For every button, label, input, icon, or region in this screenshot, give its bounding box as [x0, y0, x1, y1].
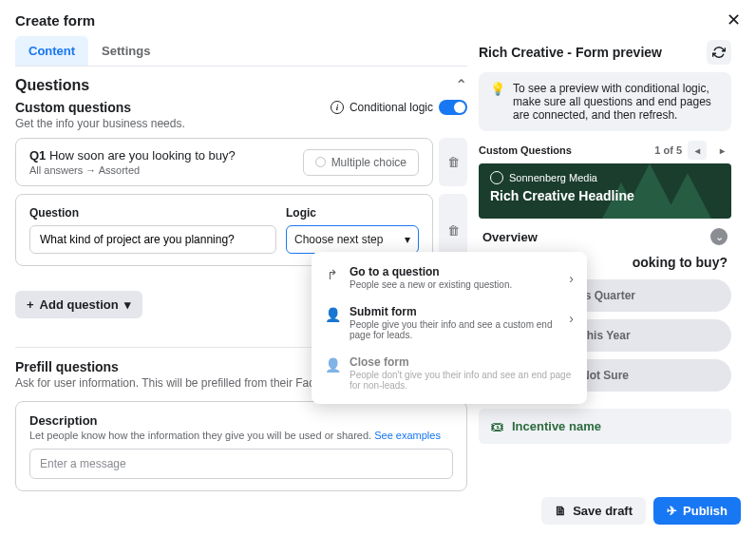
pager-next-button[interactable]: ▸: [712, 141, 731, 160]
dd-title-2: Close form: [350, 355, 574, 369]
tip-text: To see a preview with conditional logic,…: [513, 82, 720, 122]
logic-placeholder: Choose next step: [294, 233, 383, 246]
brand-name: Sonnenberg Media: [509, 172, 597, 183]
question-card-q1[interactable]: Q1 How soon are you looking to buy? All …: [15, 138, 433, 186]
q1-prefix: Q1: [29, 148, 46, 163]
description-card: Description Let people know how the info…: [15, 401, 467, 491]
pager-prev-button[interactable]: ◂: [688, 141, 707, 160]
tab-content[interactable]: Content: [15, 36, 88, 66]
section-title-questions: Questions: [15, 77, 89, 94]
plus-icon: +: [27, 297, 34, 312]
tabs: Content Settings: [15, 36, 467, 67]
description-sub: Let people know how the information they…: [29, 430, 374, 441]
ticket-icon: 🎟: [490, 418, 504, 434]
dd-title-1: Submit form: [350, 305, 559, 318]
tab-settings[interactable]: Settings: [88, 36, 163, 66]
dd-sub-2: People don't give you their info and see…: [350, 370, 574, 391]
info-icon[interactable]: i: [331, 101, 344, 114]
question-input[interactable]: [29, 225, 276, 254]
refresh-button[interactable]: [707, 40, 731, 65]
incentive-row: 🎟 Incentive name: [479, 409, 731, 444]
document-icon: 🗎: [555, 504, 567, 518]
page-title: Create form: [15, 12, 95, 29]
dropdown-submit-form[interactable]: 👤 Submit form People give you their info…: [312, 297, 587, 348]
chevron-right-icon: ›: [569, 311, 574, 326]
caret-down-icon: ▾: [405, 233, 410, 246]
send-icon: ✈: [667, 504, 677, 518]
chevron-up-icon[interactable]: ⌃: [455, 76, 467, 94]
save-label: Save draft: [573, 504, 633, 518]
chevron-down-icon[interactable]: ⌄: [710, 228, 728, 245]
overview-label: Overview: [482, 230, 538, 244]
chevron-right-icon: ›: [569, 271, 574, 286]
preview-tip: 💡 To see a preview with conditional logi…: [479, 72, 731, 131]
preview-title: Rich Creative - Form preview: [479, 45, 662, 60]
q1-text: How soon are you looking to buy?: [49, 148, 236, 163]
pager-label: Custom Questions: [479, 144, 572, 156]
q1-sub: All answers → Assorted: [29, 164, 236, 176]
multiple-choice-button[interactable]: Multiple choice: [303, 149, 419, 176]
caret-down-icon: ▾: [124, 297, 131, 312]
incentive-label: Incentive name: [512, 419, 601, 433]
question-field-label: Question: [29, 206, 276, 220]
lightbulb-icon: 💡: [490, 82, 505, 122]
pager-count: 1 of 5: [654, 144, 682, 156]
add-question-label: Add question: [40, 297, 119, 312]
custom-questions-title: Custom questions: [15, 100, 185, 115]
logic-select[interactable]: Choose next step ▾: [286, 225, 419, 254]
person-close-icon: 👤: [325, 357, 340, 373]
person-submit-icon: 👤: [325, 307, 340, 322]
arrow-icon: ↱: [325, 267, 340, 282]
radio-icon: [315, 157, 326, 167]
conditional-logic-toggle[interactable]: [439, 100, 467, 115]
publish-label: Publish: [683, 504, 728, 518]
publish-button[interactable]: ✈ Publish: [653, 497, 741, 525]
logic-dropdown: ↱ Go to a question People see a new or e…: [312, 252, 587, 404]
q1-type: Multiple choice: [331, 156, 406, 169]
creative-preview: Sonnenberg Media Rich Creative Headline: [479, 163, 731, 219]
dd-sub-0: People see a new or existing question.: [350, 279, 559, 290]
see-examples-link[interactable]: See examples: [374, 430, 441, 441]
brand-icon: [490, 171, 503, 184]
dd-sub-1: People give you their info and see a cus…: [350, 319, 559, 340]
custom-questions-subtitle: Get the info your business needs.: [15, 117, 185, 130]
refresh-icon: [712, 46, 726, 59]
description-input[interactable]: Enter a message: [29, 449, 453, 479]
conditional-logic-label: Conditional logic: [350, 101, 433, 114]
logic-field-label: Logic: [286, 206, 419, 220]
dropdown-close-form: 👤 Close form People don't give you their…: [312, 348, 587, 398]
dd-title-0: Go to a question: [350, 265, 559, 278]
close-icon[interactable]: ✕: [727, 10, 741, 30]
creative-headline: Rich Creative Headline: [490, 188, 720, 203]
description-label: Description: [29, 413, 453, 428]
save-draft-button[interactable]: 🗎 Save draft: [541, 497, 646, 525]
dropdown-go-to-question[interactable]: ↱ Go to a question People see a new or e…: [312, 258, 587, 297]
add-question-button[interactable]: + Add question ▾: [15, 291, 142, 318]
delete-q1-button[interactable]: 🗑: [439, 138, 467, 186]
